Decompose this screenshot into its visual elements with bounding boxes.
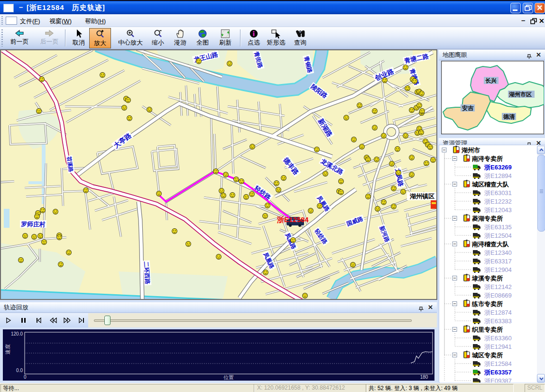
svg-text:浙E12504: 浙E12504 [484, 232, 512, 239]
svg-text:浙E63357: 浙E63357 [484, 369, 512, 376]
svg-text:练市专卖所: 练市专卖所 [471, 300, 503, 308]
svg-text:浙E63031: 浙E63031 [484, 189, 512, 196]
svg-text:浙E12894: 浙E12894 [484, 172, 512, 179]
svg-text:120.0: 120.0 [11, 331, 23, 336]
svg-text:菱湖专卖所: 菱湖专卖所 [472, 215, 503, 222]
svg-text:湖州市: 湖州市 [461, 147, 480, 154]
svg-text:浙E12904: 浙E12904 [484, 266, 512, 273]
svg-text:浙E12584: 浙E12584 [277, 215, 309, 224]
svg-text:织里专卖所: 织里专卖所 [471, 326, 503, 333]
svg-text:浙E12584: 浙E12584 [484, 360, 512, 367]
svg-text:浙E12142: 浙E12142 [484, 283, 512, 290]
svg-text:浙E63269: 浙E63269 [484, 164, 512, 171]
svg-text:180: 180 [420, 374, 428, 380]
svg-text:速度: 速度 [5, 344, 10, 355]
svg-text:浙E09387: 浙E09387 [484, 377, 512, 383]
svg-text:湖州镇区: 湖州镇区 [409, 193, 434, 200]
svg-text:0.0: 0.0 [16, 368, 23, 373]
svg-text:城区专卖所: 城区专卖所 [471, 352, 503, 359]
svg-text:0: 0 [24, 374, 27, 380]
svg-text:埭溪专卖所: 埭溪专卖所 [471, 275, 503, 282]
svg-text:南浔专卖所: 南浔专卖所 [471, 155, 503, 162]
svg-text:安吉: 安吉 [462, 105, 474, 112]
svg-text:位置: 位置 [223, 374, 234, 380]
svg-text:浙E12232: 浙E12232 [484, 198, 512, 205]
svg-text:浙E08669: 浙E08669 [484, 292, 512, 299]
svg-text:浙E12941: 浙E12941 [484, 343, 512, 350]
svg-text:浙E12043: 浙E12043 [484, 206, 512, 214]
svg-text:南浔稽查大队: 南浔稽查大队 [471, 241, 509, 248]
svg-text:湖州市区: 湖州市区 [509, 91, 532, 98]
svg-text:浙E12340: 浙E12340 [484, 249, 512, 256]
svg-text:城区稽查大队: 城区稽查大队 [471, 181, 509, 188]
svg-text:德清: 德清 [503, 113, 515, 120]
svg-text:浙E12874: 浙E12874 [484, 309, 512, 316]
svg-text:浙E63383: 浙E63383 [484, 317, 512, 325]
svg-text:浙E63360: 浙E63360 [484, 335, 512, 342]
svg-text:长兴: 长兴 [485, 77, 497, 84]
svg-text:浙E63135: 浙E63135 [484, 224, 512, 231]
svg-text:罗师庄村: 罗师庄村 [21, 221, 46, 228]
svg-text:浙E63317: 浙E63317 [484, 258, 512, 265]
